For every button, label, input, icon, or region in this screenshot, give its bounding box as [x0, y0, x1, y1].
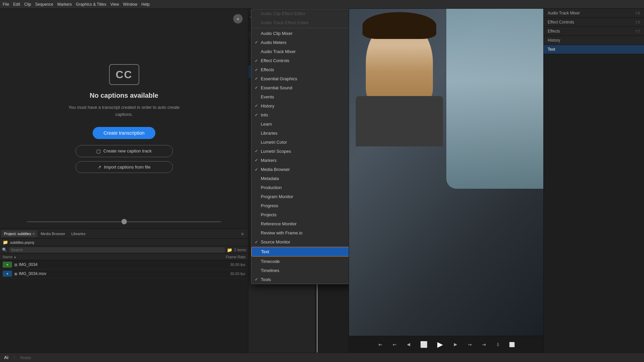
rp-audio-track-shortcut: ⇧6 [635, 11, 640, 15]
dropdown-item-lumetri-color[interactable]: Lumetri Color [251, 138, 349, 147]
dropdown-item-learn[interactable]: Learn [251, 120, 349, 129]
dropdown-item-timecode[interactable]: Timecode [251, 257, 349, 266]
dropdown-item-audio-meters[interactable]: ✓ Audio Meters [251, 38, 349, 47]
btn-to-out[interactable]: ⇥ [479, 340, 489, 350]
project-search-input[interactable] [9, 247, 225, 253]
right-panel-history[interactable]: History [544, 36, 644, 45]
dropdown-divider-1 [251, 28, 349, 28]
right-panel-effects[interactable]: Effects ⇧7 [544, 27, 644, 36]
btn-play[interactable]: ▶ [434, 338, 447, 351]
right-panel-audio-track-mixer[interactable]: Audio Track Mixer ⇧6 [544, 9, 644, 18]
right-panel-effect-controls[interactable]: Effect Controls ⇧5 [544, 18, 644, 27]
dropdown-item-text[interactable]: Text [251, 247, 349, 257]
tab-project-menu[interactable]: ≡ [33, 232, 35, 236]
video-controls-bar: ⇤ ⇜ ◄ ⬜ ▶ ► ⇝ ⇥ ⇩ ⬜ [349, 336, 543, 353]
menu-file[interactable]: File [3, 2, 9, 7]
dropdown-item-timelines[interactable]: Timelines ► [251, 266, 349, 275]
dropdown-item-progress[interactable]: Progress [251, 201, 349, 210]
dropdown-item-review-frameio[interactable]: Review with Frame.io [251, 228, 349, 237]
project-item-1[interactable]: ■ ▣ IMG_0034.mov 30,00 fps [0, 269, 248, 278]
dropdown-label-9: Essential Graphics [261, 76, 297, 81]
btn-stop[interactable]: ⬜ [418, 338, 430, 351]
menu-window[interactable]: Window [123, 2, 138, 7]
menu-view[interactable]: View [110, 2, 119, 7]
tab-media-browser-label: Media Browser [41, 232, 65, 236]
dropdown-item-events[interactable]: Events [251, 92, 349, 101]
dropdown-item-audio-track-mixer[interactable]: Audio Track Mixer ⇧6 [251, 47, 349, 56]
btn-next-frame[interactable]: ► [451, 340, 461, 350]
dropdown-item-essential-sound[interactable]: ✓ Essential Sound [251, 83, 349, 92]
dropdown-menu[interactable]: Audio Clip Effect Editor Audio Track Eff… [251, 9, 349, 284]
dropdown-item-audio-clip-effect[interactable]: Audio Clip Effect Editor [251, 9, 349, 18]
rp-effect-controls-label: Effect Controls [548, 20, 574, 25]
col-name-header: Name ▲ [3, 255, 212, 259]
right-panel-text[interactable]: Text [544, 45, 644, 54]
dropdown-label-25: Reference Monitor [261, 221, 297, 226]
caption-track-icon: ▢ [96, 148, 101, 154]
status-ai-badge[interactable]: Ai [4, 355, 8, 360]
dropdown-item-history[interactable]: ✓ History [251, 101, 349, 110]
dropdown-item-program-monitor[interactable]: Program Monitor ► [251, 192, 349, 201]
dropdown-item-reference-monitor[interactable]: Reference Monitor [251, 219, 349, 228]
dropdown-item-effects[interactable]: ✓ Effects ⇧7 [251, 65, 349, 74]
menu-graphics[interactable]: Graphics & Titles [76, 2, 106, 7]
check-source-monitor: ✓ [255, 240, 258, 244]
rp-effects-shortcut: ⇧7 [635, 29, 640, 34]
import-icon: ↗ [98, 165, 101, 170]
cc-panel: × CC No captions available You must have… [0, 9, 248, 228]
dropdown-item-info[interactable]: ✓ Info [251, 110, 349, 120]
tab-media-browser[interactable]: Media Browser [38, 230, 68, 237]
new-folder-icon[interactable]: 📁 [227, 247, 232, 253]
create-transcription-button[interactable]: Create transcription [93, 127, 155, 139]
dropdown-item-audio-clip-mixer[interactable]: Audio Clip Mixer [251, 29, 349, 38]
cc-icon-box: CC [109, 64, 139, 85]
project-item-0[interactable]: ■ ▦ IMG_0034 30,00 fps [0, 260, 248, 269]
dropdown-item-markers[interactable]: ✓ Markers [251, 156, 349, 165]
dropdown-label-4: Audio Clip Mixer [261, 31, 293, 36]
create-caption-track-button[interactable]: ▢ Create new caption track [76, 145, 173, 157]
create-caption-track-label: Create new caption track [103, 148, 152, 153]
dropdown-item-media-browser[interactable]: ✓ Media Browser ⇧8 [251, 165, 349, 174]
btn-export[interactable]: ⇩ [493, 340, 503, 350]
check-effect-controls: ✓ [255, 58, 258, 63]
status-info: Ready [20, 356, 31, 360]
menu-help[interactable]: Help [141, 2, 150, 7]
dropdown-item-lumetri-scopes[interactable]: ✓ Lumetri Scopes [251, 147, 349, 156]
btn-prev-frame[interactable]: ◄ [404, 340, 414, 350]
item-thumb-icon: ▣ [14, 272, 17, 276]
dropdown-item-effect-controls[interactable]: ✓ Effect Controls ⇧5 [251, 56, 349, 65]
dropdown-label-28: Text [261, 249, 269, 254]
slider-thumb[interactable] [121, 219, 127, 224]
check-markers: ✓ [255, 158, 258, 163]
dropdown-label-1: Audio Clip Effect Editor [261, 11, 305, 16]
import-captions-button[interactable]: ↗ Import captions from file [76, 161, 173, 173]
dropdown-item-projects[interactable]: Projects ► [251, 210, 349, 219]
close-button[interactable]: × [233, 14, 243, 24]
btn-step-back[interactable]: ⇜ [390, 340, 400, 350]
project-column-headers: Name ▲ Frame Rate [0, 254, 248, 260]
menu-edit[interactable]: Edit [13, 2, 20, 7]
tab-libraries[interactable]: Libraries [68, 230, 88, 237]
menu-markers[interactable]: Markers [57, 2, 72, 7]
tabs-more-button[interactable]: » [238, 231, 247, 237]
dropdown-item-production[interactable]: Production [251, 183, 349, 192]
dropdown-item-metadata[interactable]: Metadata [251, 174, 349, 183]
dropdown-item-tools[interactable]: ✓ Tools [251, 275, 349, 284]
dropdown-label-19: Media Browser [261, 167, 290, 172]
dropdown-item-audio-track-effect[interactable]: Audio Track Effect Editor [251, 18, 349, 27]
btn-fullscreen[interactable]: ⬜ [507, 340, 517, 350]
btn-step-fwd[interactable]: ⇝ [465, 340, 475, 350]
shortcut-effects: ⇧7 [348, 67, 349, 72]
dropdown-label-20: Metadata [261, 176, 279, 181]
playback-slider[interactable] [27, 221, 221, 222]
dropdown-item-libraries[interactable]: Libraries [251, 129, 349, 138]
folder-icon: 📁 [3, 240, 8, 245]
tab-project[interactable]: Project: subtitles ≡ [1, 230, 37, 237]
menu-clip[interactable]: Clip [24, 2, 31, 7]
item-fps-0: 30,00 fps [215, 263, 245, 267]
btn-to-in[interactable]: ⇤ [376, 340, 386, 350]
dropdown-item-essential-graphics[interactable]: ✓ Essential Graphics [251, 74, 349, 83]
menu-sequence[interactable]: Sequence [35, 2, 53, 7]
project-panel: Project: subtitles ≡ Media Browser Libra… [0, 228, 248, 353]
dropdown-item-source-monitor[interactable]: ✓ Source Monitor ⇧2 [251, 237, 349, 246]
